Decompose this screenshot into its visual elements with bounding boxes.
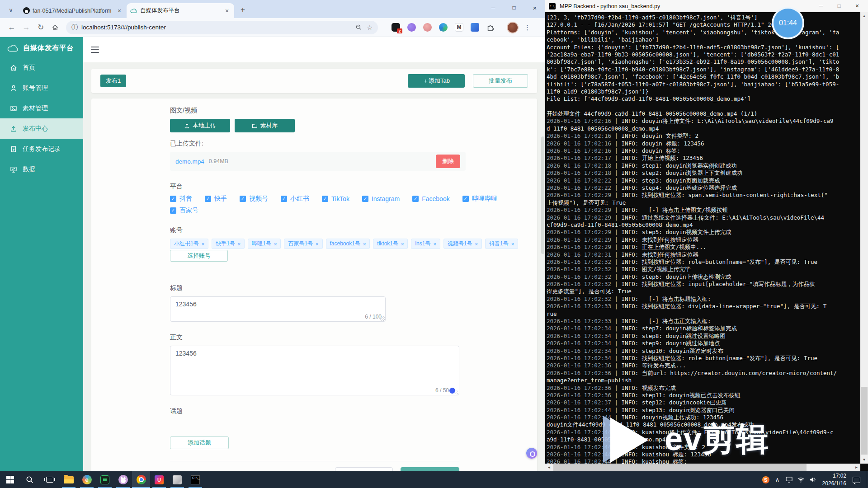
remove-tag-icon[interactable]: ×	[202, 241, 204, 247]
tab-close-icon[interactable]: ×	[116, 7, 123, 14]
account-tag-小红书1号[interactable]: 小红书1号×	[170, 239, 208, 249]
publish-tab-1[interactable]: 发布1	[100, 75, 126, 87]
extension-brain-pink-icon[interactable]	[423, 23, 432, 32]
address-bar[interactable]: ⓘ localhost:5173/#/publish-center ☆	[66, 21, 378, 34]
collapse-menu-icon[interactable]	[91, 47, 99, 53]
sogou-input-icon[interactable]: S	[760, 471, 772, 488]
taskbar-ide[interactable]: U	[150, 471, 168, 488]
local-upload-button[interactable]: 本地上传	[170, 119, 230, 132]
terminal-maximize-button[interactable]: □	[830, 0, 848, 12]
title-input[interactable]: 123456	[170, 297, 385, 321]
sidebar-item-素材管理[interactable]: 素材管理	[0, 98, 83, 118]
resize-handle[interactable]	[380, 316, 385, 321]
forward-icon[interactable]: →	[20, 22, 32, 33]
profile-avatar[interactable]	[507, 22, 519, 33]
taskbar-edge[interactable]: e	[78, 471, 96, 488]
add-tab-button[interactable]: ＋添加Tab	[408, 74, 465, 88]
sidebar-item-数据[interactable]: 数据	[0, 159, 83, 179]
page-scrollbar[interactable]	[541, 136, 544, 254]
account-tag-facebook1号[interactable]: facebook1号×	[326, 239, 370, 249]
bookmark-star-icon[interactable]: ☆	[367, 24, 373, 31]
material-library-button[interactable]: 素材库	[235, 119, 295, 132]
scrollbar-thumb[interactable]	[861, 387, 868, 455]
taskbar-notes[interactable]	[168, 471, 186, 488]
account-tag-tiktok1号[interactable]: tiktok1号×	[373, 239, 408, 249]
start-button[interactable]	[0, 471, 20, 488]
platform-checkbox-小红书[interactable]: ✓小红书	[281, 195, 309, 203]
account-tag-抖音1号[interactable]: 抖音1号×	[485, 239, 518, 249]
home-icon[interactable]	[49, 22, 61, 33]
extensions-puzzle-icon[interactable]	[486, 23, 495, 32]
extension-m-icon[interactable]: M	[455, 23, 463, 32]
remove-tag-icon[interactable]: ×	[316, 241, 318, 247]
tab-search-icon[interactable]: ∨	[5, 4, 17, 16]
extension-blue-icon[interactable]	[471, 23, 479, 32]
action-center-icon[interactable]	[853, 477, 860, 483]
site-info-icon[interactable]: ⓘ	[71, 23, 78, 32]
terminal-titlebar[interactable]: C:\ MPP Backend - python sau_backend.py …	[545, 0, 868, 12]
remove-tag-icon[interactable]: ×	[511, 241, 514, 247]
remove-tag-icon[interactable]: ×	[363, 241, 366, 247]
content-input[interactable]: 123456	[170, 346, 459, 395]
volume-icon[interactable]	[807, 471, 819, 488]
account-tag-ins1号[interactable]: ins1号×	[411, 239, 440, 249]
cancel-button[interactable]: 取消	[335, 467, 393, 471]
publishing-button[interactable]: 发布中...	[401, 467, 459, 471]
terminal-minimize-button[interactable]: ─	[812, 0, 830, 12]
floating-widget-button[interactable]	[526, 448, 537, 459]
remove-tag-icon[interactable]: ×	[238, 241, 241, 247]
select-account-button[interactable]: 选择账号	[170, 250, 228, 262]
back-icon[interactable]: ←	[6, 22, 18, 33]
delete-file-button[interactable]: 删除	[436, 155, 460, 168]
platform-checkbox-Instagram[interactable]: ✓Instagram	[362, 195, 400, 203]
account-tag-视频号1号[interactable]: 视频号1号×	[443, 239, 482, 249]
taskbar-terminal[interactable]: C:\_	[186, 471, 204, 488]
account-tag-快手1号[interactable]: 快手1号×	[212, 239, 245, 249]
reload-icon[interactable]: ↻	[35, 22, 47, 33]
new-tab-button[interactable]: +	[237, 4, 249, 16]
minimize-button[interactable]: ─	[483, 0, 504, 15]
account-tag-哔哩1号[interactable]: 哔哩1号×	[248, 239, 281, 249]
extension-brain-purple-icon[interactable]	[407, 23, 416, 32]
browser-tab-github[interactable]: fan-0517/MediaPublishPlatform ×	[19, 3, 127, 18]
remove-tag-icon[interactable]: ×	[475, 241, 478, 247]
taskbar-clock[interactable]: 17:02 2026/1/16	[822, 472, 846, 487]
add-topic-button[interactable]: 添加话题	[170, 436, 229, 449]
batch-publish-button[interactable]: 批量发布	[473, 74, 528, 88]
sidebar-item-账号管理[interactable]: 账号管理	[0, 78, 83, 98]
close-button[interactable]: ×	[524, 0, 545, 15]
taskbar-recorder[interactable]	[96, 471, 114, 488]
platform-checkbox-Facebook[interactable]: ✓Facebook	[412, 195, 449, 203]
remove-tag-icon[interactable]: ×	[433, 241, 436, 247]
taskbar-search-button[interactable]	[20, 471, 40, 488]
platform-checkbox-百家号[interactable]: ✓百家号	[170, 206, 198, 215]
extension-globe-icon[interactable]	[439, 23, 448, 32]
zoom-out-icon[interactable]	[355, 24, 362, 31]
scroll-left-icon[interactable]: ◄	[545, 464, 553, 471]
account-tag-百家号1号[interactable]: 百家号1号×	[284, 239, 322, 249]
platform-checkbox-TikTok[interactable]: ✓TikTok	[322, 195, 349, 203]
tray-expand-icon[interactable]: ∧	[772, 471, 783, 488]
resize-handle[interactable]	[454, 390, 458, 394]
terminal-vertical-scrollbar[interactable]: ▲ ▼	[860, 12, 868, 464]
platform-checkbox-快手[interactable]: ✓快手	[205, 195, 227, 203]
terminal-close-button[interactable]: ×	[848, 0, 866, 12]
remove-tag-icon[interactable]: ×	[401, 241, 404, 247]
taskbar-cat-app[interactable]	[114, 471, 132, 488]
platform-checkbox-视频号[interactable]: ✓视频号	[240, 195, 268, 203]
sidebar-item-任务发布记录[interactable]: 任务发布记录	[0, 139, 83, 159]
tab-close-icon[interactable]: ×	[223, 7, 231, 14]
maximize-button[interactable]: □	[504, 0, 524, 15]
show-desktop-button[interactable]	[866, 471, 868, 488]
platform-checkbox-抖音[interactable]: ✓抖音	[170, 195, 192, 203]
sidebar-item-首页[interactable]: 首页	[0, 57, 83, 78]
extension-badge-icon[interactable]: 2	[392, 23, 400, 32]
monitor-icon[interactable]	[783, 471, 795, 488]
remove-tag-icon[interactable]: ×	[274, 241, 277, 247]
taskbar-explorer[interactable]	[60, 471, 78, 488]
browser-menu-icon[interactable]: ⋮	[524, 23, 531, 32]
browser-tab-app[interactable]: 自媒体发布平台 ×	[127, 3, 234, 18]
scroll-right-icon[interactable]: ►	[853, 464, 860, 471]
platform-checkbox-哔哩哔哩[interactable]: ✓哔哩哔哩	[462, 195, 497, 203]
sidebar-item-发布中心[interactable]: 发布中心	[0, 118, 83, 139]
